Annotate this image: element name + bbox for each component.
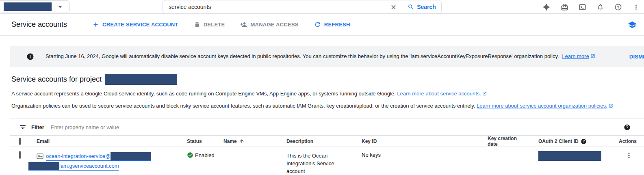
row-actions-button[interactable] [603,147,644,163]
page-toolbar: Service accounts CREATE SERVICE ACCOUNT … [0,14,644,36]
intro-section: Service accounts for project A service a… [0,74,644,109]
sort-arrow-up-icon [239,138,245,144]
learn-more-org-policies-link[interactable]: Learn more about service account organiz… [477,103,607,109]
email-cell: ocean-integration-service@ iam.gservicea… [26,147,177,175]
status-cell: Enabled [177,147,213,162]
search-icon [408,4,414,11]
info-banner: Starting June 16, 2024, Google will auto… [10,46,644,67]
status-enabled-icon [187,152,193,158]
refresh-button[interactable]: REFRESH [314,21,350,28]
oauth2-client-id-cell [528,147,603,166]
more-vert-icon [625,152,633,159]
refresh-icon [314,21,321,28]
person-add-icon [240,21,247,28]
search-input[interactable] [169,4,389,10]
trash-icon [194,22,200,28]
gemini-spark-icon[interactable] [542,3,551,11]
filter-label: Filter [31,124,44,130]
external-link-icon [482,91,487,97]
delete-button[interactable]: DELETE [194,22,225,28]
more-vert-icon[interactable] [632,3,640,11]
filter-help-icon[interactable] [624,124,631,131]
name-cell [213,147,276,156]
gift-icon[interactable] [560,3,568,11]
manage-access-button[interactable]: MANAGE ACCESS [240,21,298,28]
project-name-redaction [4,2,52,11]
search-button[interactable]: Search [402,0,442,14]
search-input-box[interactable] [163,0,402,14]
banner-message: Starting June 16, 2024, Google will auto… [46,53,595,60]
divider [638,122,638,132]
key-id-cell: No keys [351,147,477,162]
clear-search-icon[interactable] [389,2,398,11]
learn-graduation-cap-icon[interactable] [628,20,637,29]
intro-paragraph-1: A service account represents a Google Cl… [11,91,644,97]
help-icon[interactable]: ? [614,3,622,11]
cloud-shell-icon[interactable] [578,3,586,11]
project-name-redaction [105,74,177,85]
top-bar: Search ? [0,0,644,14]
section-heading: Service accounts for project [11,74,644,85]
plus-icon [92,21,99,28]
learn-more-link[interactable]: Learn more [562,53,589,59]
email-project-redaction [111,152,151,160]
column-header-key-creation-date[interactable]: Key creation date [477,136,528,147]
column-header-description[interactable]: Description [276,138,351,144]
table-row: ocean-integration-service@ iam.gservicea… [10,147,644,175]
external-link-icon [590,54,595,60]
service-account-email-link[interactable]: ocean-integration-service@ [46,152,151,161]
search-button-label: Search [417,4,436,10]
status-label: Enabled [195,152,215,158]
key-creation-date-cell [477,147,528,156]
svg-text:?: ? [617,5,619,9]
filter-list-icon [19,123,26,131]
table-header-row: Email Status Name Description Key ID Key… [10,135,644,147]
column-header-actions: Actions [603,138,644,144]
notifications-icon[interactable] [596,3,604,11]
column-header-name[interactable]: Name [213,138,276,144]
oauth2-client-id-redaction [538,151,601,161]
chevron-down-icon [58,6,62,8]
email-project-redaction [28,162,59,170]
learn-more-service-accounts-link[interactable]: Learn more about service accounts. [397,91,481,97]
intro-paragraph-2: Organization policies can be used to sec… [11,103,644,109]
column-header-key-id[interactable]: Key ID [351,138,477,144]
service-account-icon [37,153,43,159]
global-search: Search [163,0,442,14]
column-header-oauth2-client-id[interactable]: OAuth 2 Client ID [528,138,603,145]
filter-input[interactable] [51,124,624,130]
service-accounts-table: Filter Email Status Name Description Key… [10,119,644,175]
project-selector[interactable] [0,0,70,13]
topbar-icons: ? [542,0,640,14]
column-header-email[interactable]: Email [26,138,177,144]
dismiss-button[interactable]: DISMISS [629,54,644,60]
column-header-status[interactable]: Status [177,138,213,144]
oauth-help-icon[interactable] [581,138,587,145]
create-service-account-button[interactable]: CREATE SERVICE ACCOUNT [92,21,178,28]
external-link-icon [609,103,613,109]
page-title: Service accounts [11,20,67,29]
filter-bar: Filter [10,119,644,135]
row-checkbox[interactable] [19,151,21,159]
description-cell: This is the Ocean Integration's Service … [276,147,351,175]
service-account-email-link[interactable]: iam.gserviceaccount.com [28,162,119,171]
select-all-checkbox[interactable] [19,138,21,145]
info-icon [26,53,34,60]
